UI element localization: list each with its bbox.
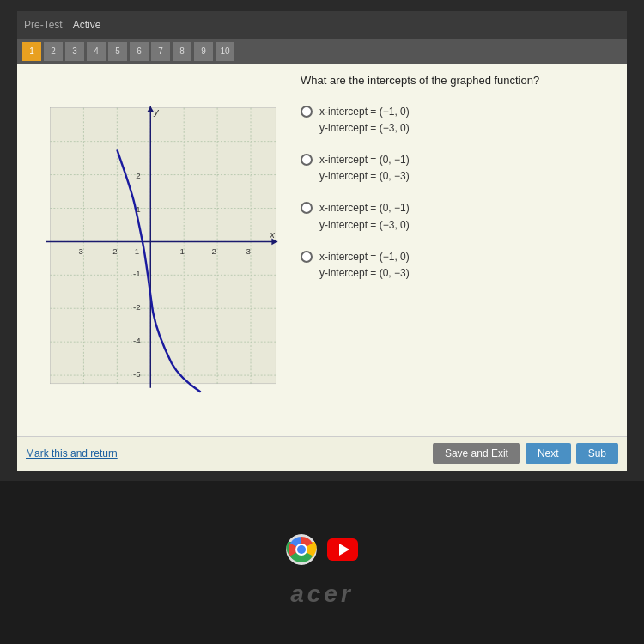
acer-logo: acer <box>290 580 354 608</box>
svg-text:x: x <box>269 229 275 240</box>
svg-text:2: 2 <box>136 171 140 180</box>
svg-text:y: y <box>153 106 159 117</box>
answer-option-c[interactable]: x-intercept = (0, −1) y-intercept = (−3,… <box>301 200 618 233</box>
svg-text:-2: -2 <box>133 302 141 312</box>
nav-btn-7[interactable]: 7 <box>151 42 170 61</box>
svg-point-36 <box>297 545 306 554</box>
top-bar: Pre-Test Active <box>17 11 627 39</box>
svg-text:-2: -2 <box>110 246 118 256</box>
pretest-label: Pre-Test <box>24 19 63 31</box>
svg-text:2: 2 <box>212 246 216 256</box>
radio-c[interactable] <box>301 202 313 214</box>
svg-text:-1: -1 <box>133 269 141 278</box>
radio-d[interactable] <box>301 251 313 263</box>
nav-btn-10[interactable]: 10 <box>216 42 234 61</box>
chrome-icon[interactable] <box>286 534 317 565</box>
answer-option-a[interactable]: x-intercept = (−1, 0) y-intercept = (−3,… <box>301 104 618 137</box>
bottom-bar: Mark this and return Save and Exit Next … <box>17 436 627 471</box>
bottom-buttons: Save and Exit Next Sub <box>433 443 618 464</box>
radio-a[interactable] <box>301 106 313 118</box>
nav-btn-6[interactable]: 6 <box>130 42 149 61</box>
right-panel: What are the intercepts of the graphed f… <box>301 73 618 436</box>
option-text-b: x-intercept = (0, −1) y-intercept = (0, … <box>319 152 410 185</box>
option-text-a: x-intercept = (−1, 0) y-intercept = (−3,… <box>319 104 410 137</box>
nav-btn-9[interactable]: 9 <box>194 42 213 61</box>
nav-btn-1[interactable]: 1 <box>22 42 41 61</box>
mark-return-link[interactable]: Mark this and return <box>26 447 118 459</box>
submit-button[interactable]: Sub <box>576 443 618 464</box>
save-exit-button[interactable]: Save and Exit <box>433 443 520 464</box>
nav-btn-2[interactable]: 2 <box>44 42 63 61</box>
option-text-c: x-intercept = (0, −1) y-intercept = (−3,… <box>319 200 410 233</box>
question-text: What are the intercepts of the graphed f… <box>301 73 618 88</box>
navigation-bar: 1 2 3 4 5 6 7 8 9 10 <box>17 39 627 64</box>
taskbar-icons <box>286 534 358 565</box>
nav-btn-5[interactable]: 5 <box>108 42 127 61</box>
graph-svg: y x -3 -2 -1 1 2 3 1 2 -1 -2 -4 -5 <box>30 100 288 409</box>
laptop-bottom: acer <box>0 481 644 644</box>
nav-btn-3[interactable]: 3 <box>65 42 84 61</box>
answer-option-d[interactable]: x-intercept = (−1, 0) y-intercept = (0, … <box>301 249 618 282</box>
option-text-d: x-intercept = (−1, 0) y-intercept = (0, … <box>319 249 410 282</box>
graph-container: y x -3 -2 -1 1 2 3 1 2 -1 -2 -4 -5 <box>26 73 292 436</box>
svg-text:-5: -5 <box>133 369 141 379</box>
active-label: Active <box>73 19 101 31</box>
youtube-play-icon <box>339 544 349 556</box>
nav-btn-4[interactable]: 4 <box>87 42 106 61</box>
youtube-icon[interactable] <box>327 538 358 561</box>
nav-btn-8[interactable]: 8 <box>173 42 191 61</box>
radio-b[interactable] <box>301 154 313 166</box>
svg-text:-1: -1 <box>131 246 139 256</box>
main-content: y x -3 -2 -1 1 2 3 1 2 -1 -2 -4 -5 <box>17 64 627 445</box>
svg-text:3: 3 <box>246 246 250 256</box>
answer-option-b[interactable]: x-intercept = (0, −1) y-intercept = (0, … <box>301 152 618 185</box>
next-button[interactable]: Next <box>526 443 571 464</box>
svg-text:-3: -3 <box>76 246 83 256</box>
svg-text:-4: -4 <box>133 336 141 345</box>
svg-text:1: 1 <box>180 246 185 256</box>
